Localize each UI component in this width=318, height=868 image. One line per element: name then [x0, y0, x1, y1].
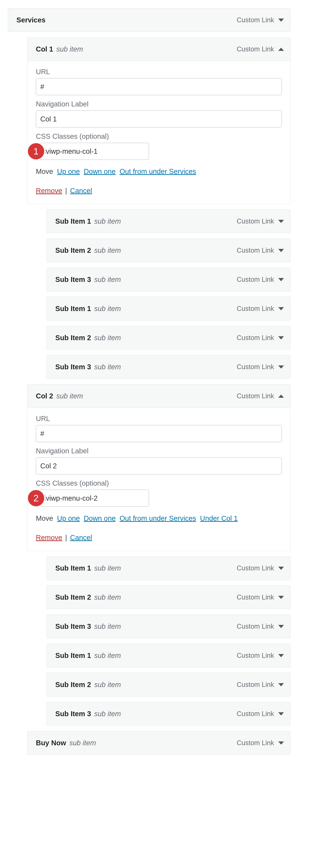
- menu-item-title: Col 1sub item: [36, 45, 83, 53]
- url-input[interactable]: [36, 425, 282, 442]
- menu-item-name: Sub Item 2: [55, 681, 91, 689]
- chevron-down-icon[interactable]: [278, 249, 284, 252]
- menu-item-type-label: Custom Link: [237, 45, 274, 53]
- move-link-out-from-under-services[interactable]: Out from under Services: [120, 167, 196, 175]
- move-link-out-from-under-services[interactable]: Out from under Services: [120, 515, 196, 522]
- menu-item-row: Buy Nowsub itemCustom Link: [27, 731, 290, 755]
- move-link-up-one[interactable]: Up one: [57, 515, 80, 522]
- menu-item-title: Sub Item 2sub item: [55, 681, 121, 689]
- menu-item-row: Sub Item 3sub itemCustom Link: [47, 615, 290, 638]
- menu-item-header[interactable]: Col 2sub itemCustom Link: [27, 384, 290, 408]
- cancel-link[interactable]: Cancel: [70, 534, 92, 541]
- chevron-up-icon[interactable]: [278, 48, 284, 51]
- chevron-down-icon[interactable]: [278, 19, 284, 22]
- menu-item-name: Sub Item 2: [55, 593, 91, 601]
- remove-link[interactable]: Remove: [36, 534, 62, 541]
- menu-item-subtype: sub item: [94, 246, 121, 254]
- chevron-down-icon[interactable]: [278, 365, 284, 369]
- move-link-down-one[interactable]: Down one: [84, 515, 116, 522]
- menu-item-header[interactable]: Sub Item 3sub itemCustom Link: [47, 615, 290, 638]
- css-classes-label: CSS Classes (optional): [36, 132, 282, 140]
- chevron-down-icon[interactable]: [278, 567, 284, 570]
- menu-item-type-label: Custom Link: [237, 276, 274, 283]
- menu-item-type-label: Custom Link: [237, 305, 274, 312]
- menu-item-header[interactable]: Col 1sub itemCustom Link: [27, 37, 290, 61]
- menu-item-header[interactable]: Sub Item 3sub itemCustom Link: [47, 702, 290, 726]
- annotation-badge: 1: [27, 142, 45, 160]
- menu-item-meta: Custom Link: [237, 681, 284, 688]
- menu-item-header[interactable]: Sub Item 2sub itemCustom Link: [47, 585, 290, 609]
- css-classes-input[interactable]: [36, 490, 149, 507]
- navigation-label-input[interactable]: [36, 457, 282, 474]
- navigation-label-input[interactable]: [36, 111, 282, 127]
- menu-item-type-label: Custom Link: [237, 217, 274, 225]
- menu-item-type-label: Custom Link: [237, 363, 274, 371]
- menu-item-name: Sub Item 1: [55, 652, 91, 659]
- menu-item-meta: Custom Link: [237, 623, 284, 630]
- move-controls: Move Up one Down one Out from under Serv…: [36, 515, 282, 522]
- menu-item-header[interactable]: Sub Item 2sub itemCustom Link: [47, 673, 290, 696]
- menu-item-meta: Custom Link: [237, 276, 284, 283]
- menu-item-type-label: Custom Link: [237, 652, 274, 659]
- menu-item-name: Col 1: [36, 45, 53, 53]
- chevron-down-icon[interactable]: [278, 741, 284, 745]
- menu-item-header[interactable]: Sub Item 2sub itemCustom Link: [47, 239, 290, 262]
- menu-item-header[interactable]: Sub Item 1sub itemCustom Link: [47, 644, 290, 668]
- menu-item-name: Sub Item 2: [55, 246, 91, 254]
- menu-item-header[interactable]: Sub Item 3sub itemCustom Link: [47, 355, 290, 379]
- menu-item-meta: Custom Link: [237, 217, 284, 225]
- menu-item-title: Sub Item 3sub item: [55, 276, 121, 283]
- chevron-down-icon[interactable]: [278, 596, 284, 599]
- menu-item-subtype: sub item: [94, 305, 121, 313]
- move-link-under-col1[interactable]: Under Col 1: [200, 515, 238, 522]
- menu-item-meta: Custom Link: [237, 305, 284, 312]
- cancel-link[interactable]: Cancel: [70, 187, 92, 194]
- chevron-down-icon[interactable]: [278, 712, 284, 715]
- menu-item-meta: Custom Link: [237, 45, 284, 53]
- menu-item-name: Sub Item 1: [55, 564, 91, 572]
- menu-item-name: Sub Item 3: [55, 276, 91, 283]
- menu-item-header[interactable]: Buy Nowsub itemCustom Link: [27, 731, 290, 755]
- menu-item-header[interactable]: Sub Item 3sub itemCustom Link: [47, 268, 290, 291]
- chevron-up-icon[interactable]: [278, 395, 284, 398]
- menu-item-header[interactable]: Sub Item 1sub itemCustom Link: [47, 209, 290, 233]
- menu-item-row: ServicesCustom Link: [8, 8, 290, 32]
- move-link-up-one[interactable]: Up one: [57, 167, 80, 175]
- menu-item-type-label: Custom Link: [237, 247, 274, 254]
- chevron-down-icon[interactable]: [278, 336, 284, 339]
- chevron-down-icon[interactable]: [278, 654, 284, 657]
- chevron-down-icon[interactable]: [278, 307, 284, 310]
- css-classes-label: CSS Classes (optional): [36, 479, 282, 487]
- menu-item-subtype: sub item: [94, 217, 121, 225]
- menu-item-header[interactable]: Sub Item 1sub itemCustom Link: [47, 297, 290, 320]
- menu-item-title: Sub Item 3sub item: [55, 363, 121, 371]
- menu-item-name: Services: [17, 16, 46, 24]
- menu-item-type-label: Custom Link: [237, 739, 274, 747]
- menu-item-subtype: sub item: [69, 739, 96, 747]
- menu-item-title: Sub Item 1sub item: [55, 652, 121, 659]
- annotation-badge: 2: [27, 489, 45, 507]
- chevron-down-icon[interactable]: [278, 220, 284, 223]
- menu-item-row: Sub Item 1sub itemCustom Link: [47, 209, 290, 233]
- move-label: Move: [36, 167, 53, 175]
- menu-item-meta: Custom Link: [237, 593, 284, 601]
- url-input[interactable]: [36, 78, 282, 95]
- menu-item-title: Col 2sub item: [36, 392, 83, 400]
- chevron-down-icon[interactable]: [278, 625, 284, 628]
- menu-item-header[interactable]: Sub Item 1sub itemCustom Link: [47, 556, 290, 580]
- menu-item-name: Sub Item 1: [55, 305, 91, 313]
- remove-link[interactable]: Remove: [36, 187, 62, 194]
- menu-item-row: Sub Item 3sub itemCustom Link: [47, 355, 290, 379]
- chevron-down-icon[interactable]: [278, 278, 284, 281]
- menu-item-header[interactable]: ServicesCustom Link: [8, 8, 290, 32]
- navigation-label-label: Navigation Label: [36, 100, 282, 108]
- menu-item-type-label: Custom Link: [237, 681, 274, 688]
- menu-item-subtype: sub item: [94, 593, 121, 601]
- menu-item-type-label: Custom Link: [237, 623, 274, 630]
- menu-item-header[interactable]: Sub Item 2sub itemCustom Link: [47, 326, 290, 350]
- menu-item-subtype: sub item: [56, 45, 83, 53]
- chevron-down-icon[interactable]: [278, 683, 284, 686]
- menu-item-subtype: sub item: [94, 564, 121, 572]
- css-classes-input[interactable]: [36, 143, 149, 160]
- move-link-down-one[interactable]: Down one: [84, 167, 116, 175]
